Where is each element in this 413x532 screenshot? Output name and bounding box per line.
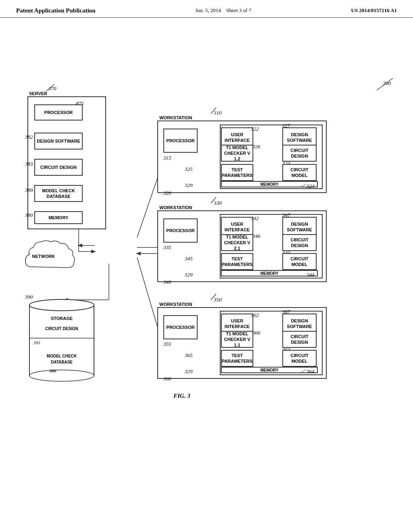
svg-line-43 (211, 108, 216, 114)
ws2-processor-box: PROCESSOR (163, 218, 198, 243)
ref300-line (369, 76, 401, 92)
svg-line-45 (211, 197, 216, 203)
ref350-line (209, 292, 221, 302)
ws1-checker-box: T1 MODEL CHECKER V 1.2 (221, 145, 253, 162)
svg-line-46 (211, 294, 216, 300)
ws3-cm-box: CIRCUIT MODEL (282, 350, 317, 367)
svg-line-44 (300, 184, 306, 187)
server-memory-box: MEMORY (34, 211, 83, 224)
ws3-processor-box: PROCESSOR (163, 315, 198, 339)
ref-383: 383 (25, 161, 33, 167)
ws3-checker-box: T1 MODEL CHECKER V 1.1 (221, 331, 253, 348)
ref-362: 362 (251, 312, 259, 318)
ref-335: 335 (163, 244, 171, 251)
ref370-line (42, 82, 58, 92)
header-right: US 2014/0157216 A1 (351, 7, 397, 14)
ws1-processor-box: PROCESSOR (163, 129, 198, 153)
ws1-cm-box: CIRCUIT MODEL (282, 164, 317, 181)
svg-text:393: 393 (33, 340, 40, 345)
ws2-cd-box: CIRCUIT DESIGN (282, 234, 317, 251)
ref330-line (209, 195, 221, 205)
header-center: Jun. 5, 2014 Sheet 3 of 7 (195, 7, 251, 14)
storage-cylinder: STORAGE CIRCUIT DESIGN 393 MODEL CHECK D… (27, 298, 104, 382)
ref-325: 325 (185, 166, 193, 172)
ref-320: 320 (163, 190, 171, 196)
ref-315: 315 (163, 155, 171, 161)
server-design-software-box: DESIGN SOFTWARE (34, 133, 83, 150)
svg-line-28 (377, 78, 393, 90)
ref-329b: 329 (185, 272, 193, 278)
ws3-cd-box: CIRCUIT DESIGN (282, 331, 317, 348)
ref-344: 344 (307, 272, 315, 278)
svg-point-34 (29, 370, 94, 381)
ref-367: 367 (282, 309, 290, 315)
ref-327: 327 (282, 123, 290, 129)
ref310-line (209, 106, 221, 116)
ref324-line (298, 182, 311, 188)
ref-326: 326 (252, 143, 261, 150)
svg-text:CIRCUIT DESIGN: CIRCUIT DESIGN (45, 326, 78, 331)
ws2-cm-box: CIRCUIT MODEL (282, 253, 317, 270)
server-processor-box: PROCESSOR (34, 104, 83, 121)
ref-329a: 329 (185, 182, 193, 189)
ws2-label: WORKSTATION (159, 205, 192, 210)
ref-380: 380 (25, 212, 33, 218)
page-header: Patent Application Publication Jun. 5, 2… (0, 0, 413, 18)
ref-360: 360 (163, 376, 171, 382)
ref-340: 340 (163, 279, 171, 285)
ws1-cd-box: CIRCUIT DESIGN (282, 145, 317, 162)
ref-342: 342 (251, 215, 259, 222)
ref-366: 366 (252, 330, 261, 336)
svg-line-29 (46, 84, 54, 91)
ws2-checker-box: T1 MODEL CHECKER V 2.1 (221, 234, 253, 251)
network-cloud: NETWORK (23, 239, 76, 275)
ref-346: 346 (252, 233, 261, 239)
svg-text:STORAGE: STORAGE (51, 316, 73, 321)
svg-text:NETWORK: NETWORK (32, 254, 55, 259)
ref-345: 345 (185, 256, 193, 262)
server-modelcheck-box: MODEL CHECK DATABASE (34, 185, 83, 202)
figure-caption: FIG. 3 (173, 393, 190, 399)
ref-382: 382 (25, 134, 33, 140)
ws1-label: WORKSTATION (159, 115, 192, 120)
ws2-memory-label: MEMORY (221, 270, 318, 276)
ref-389: 389 (25, 187, 33, 193)
ref-322: 322 (251, 126, 259, 132)
server-circuit-design-box: CIRCUIT DESIGN (34, 159, 83, 176)
ws1-tp-box: TEST PARAMETERS (221, 164, 253, 181)
svg-line-47 (300, 370, 306, 373)
svg-point-33 (29, 299, 94, 311)
ws2-tp-box: TEST PARAMETERS (221, 253, 253, 270)
ws3-label: WORKSTATION (159, 302, 192, 307)
diagram-area: 300 SERVER 370 375 PROCESSOR DESIGN SOFT… (0, 18, 413, 501)
svg-text:MODEL CHECK: MODEL CHECK (47, 354, 77, 358)
ref-347: 347 (282, 212, 290, 218)
ws3-tp-box: TEST PARAMETERS (221, 350, 253, 367)
ref-365: 365 (185, 352, 193, 359)
svg-text:399: 399 (49, 368, 56, 373)
ref-355: 355 (163, 341, 171, 347)
header-left: Patent Application Publication (16, 7, 96, 14)
ref364-line (298, 368, 311, 374)
svg-text:DATABASE: DATABASE (51, 360, 73, 364)
ref-329c: 329 (185, 368, 193, 375)
